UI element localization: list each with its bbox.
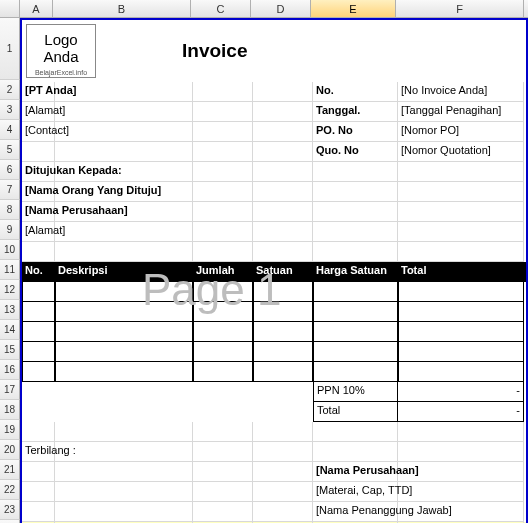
total-value[interactable]: - [398, 402, 524, 422]
company-contact[interactable]: [Contact] [22, 122, 55, 142]
invoice-title: Invoice [182, 40, 247, 62]
meta-po-label[interactable]: PO. No [313, 122, 398, 142]
sig-name[interactable]: [Nama Penanggung Jawab] [313, 502, 398, 522]
row-header-4[interactable]: 4 [0, 120, 20, 140]
row-header-18[interactable]: 18 [0, 400, 20, 420]
col-header-d[interactable]: D [251, 0, 311, 17]
table-row[interactable] [22, 322, 526, 342]
table-row[interactable] [22, 302, 526, 322]
row-header-6[interactable]: 6 [0, 160, 20, 180]
logo-line2: Anda [27, 48, 95, 65]
table-row[interactable] [22, 342, 526, 362]
th-qty[interactable]: Jumlah [193, 262, 253, 282]
row-header-13[interactable]: 13 [0, 300, 20, 320]
addressed-person[interactable]: [Nama Orang Yang Dituju] [22, 182, 55, 202]
addressed-heading[interactable]: Ditujukan Kepada: [22, 162, 55, 182]
row-header-23[interactable]: 23 [0, 500, 20, 520]
row-header-16[interactable]: 16 [0, 360, 20, 380]
meta-date-value[interactable]: [Tanggal Penagihan] [398, 102, 524, 122]
row-header-11[interactable]: 11 [0, 260, 20, 280]
th-unit[interactable]: Satuan [253, 262, 313, 282]
col-header-a[interactable]: A [20, 0, 53, 17]
meta-date-label[interactable]: Tanggal. [313, 102, 398, 122]
th-desc[interactable]: Deskripsi [55, 262, 193, 282]
logo-sub: BelajarExcel.info [27, 69, 95, 76]
row-header-3[interactable]: 3 [0, 100, 20, 120]
row-header-5[interactable]: 5 [0, 140, 20, 160]
logo-placeholder: Logo Anda BelajarExcel.info [26, 24, 96, 78]
row-header-22[interactable]: 22 [0, 480, 20, 500]
row-header-2[interactable]: 2 [0, 80, 20, 100]
meta-po-value[interactable]: [Nomor PO] [398, 122, 524, 142]
row-header-7[interactable]: 7 [0, 180, 20, 200]
row-header-12[interactable]: 12 [0, 280, 20, 300]
th-price[interactable]: Harga Satuan [313, 262, 398, 282]
col-header-e[interactable]: E [311, 0, 396, 17]
table-header-row: No. Deskripsi Jumlah Satuan Harga Satuan… [22, 262, 526, 282]
column-headers: A B C D E F [0, 0, 528, 18]
row-header-14[interactable]: 14 [0, 320, 20, 340]
row-header-8[interactable]: 8 [0, 200, 20, 220]
row-header-15[interactable]: 15 [0, 340, 20, 360]
row-header-21[interactable]: 21 [0, 460, 20, 480]
company-address[interactable]: [Alamat] [22, 102, 55, 122]
th-no[interactable]: No. [22, 262, 55, 282]
col-header-c[interactable]: C [191, 0, 251, 17]
table-row[interactable] [22, 362, 526, 382]
meta-quo-label[interactable]: Quo. No [313, 142, 398, 162]
meta-no-label[interactable]: No. [313, 82, 398, 102]
row-header-9[interactable]: 9 [0, 220, 20, 240]
row-header-1[interactable]: 1 [0, 18, 20, 80]
company-name[interactable]: [PT Anda] [22, 82, 55, 102]
row-header-10[interactable]: 10 [0, 240, 20, 260]
col-header-f[interactable]: F [396, 0, 524, 17]
row-header-20[interactable]: 20 [0, 440, 20, 460]
addressed-company[interactable]: [Nama Perusahaan] [22, 202, 55, 222]
ppn-value[interactable]: - [398, 382, 524, 402]
print-area: Page 1 Logo Anda BelajarExcel.info Invoi… [20, 18, 528, 523]
ppn-label[interactable]: PPN 10% [313, 382, 398, 402]
select-all-corner[interactable] [0, 0, 20, 17]
spreadsheet-area[interactable]: Page 1 Logo Anda BelajarExcel.info Invoi… [20, 18, 528, 523]
meta-no-value[interactable]: [No Invoice Anda] [398, 82, 524, 102]
sig-stamp[interactable]: [Materai, Cap, TTD] [313, 482, 398, 502]
row-headers: 1 2 3 4 5 6 7 8 9 10 11 12 13 14 15 16 1… [0, 18, 20, 523]
sig-company[interactable]: [Nama Perusahaan] [313, 462, 398, 482]
th-total[interactable]: Total [398, 262, 524, 282]
col-header-b[interactable]: B [53, 0, 191, 17]
row-header-19[interactable]: 19 [0, 420, 20, 440]
table-row[interactable] [22, 282, 526, 302]
row-header-17[interactable]: 17 [0, 380, 20, 400]
meta-quo-value[interactable]: [Nomor Quotation] [398, 142, 524, 162]
logo-line1: Logo [27, 31, 95, 48]
terbilang-label[interactable]: Terbilang : [22, 442, 55, 462]
addressed-address[interactable]: [Alamat] [22, 222, 55, 242]
total-label[interactable]: Total [313, 402, 398, 422]
